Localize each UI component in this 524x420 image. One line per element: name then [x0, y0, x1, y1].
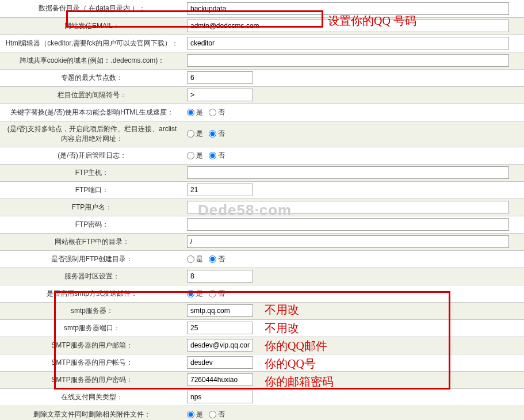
radio-group: 是否: [187, 410, 521, 419]
radio-yes-label[interactable]: 是: [187, 129, 203, 139]
config-label: 数据备份目录（ 在data目录内 ）：: [0, 0, 184, 17]
radio-yes-label[interactable]: 是: [187, 410, 203, 419]
radio-group: 是否: [187, 129, 521, 139]
radio-no-label[interactable]: 否: [209, 108, 225, 117]
config-value-cell: 是否: [184, 121, 524, 147]
config-text-input[interactable]: [187, 391, 253, 403]
config-table: 数据备份目录（ 在data目录内 ）：网站发信EMAIL：Html编辑器（cke…: [0, 0, 524, 420]
config-row: SMTP服务器的用户帐号：: [0, 354, 524, 371]
config-text-input[interactable]: [187, 218, 509, 231]
config-text-input[interactable]: [187, 2, 509, 15]
config-label: (是/否)开启管理日志：: [0, 147, 184, 164]
config-value-cell: [184, 69, 524, 86]
config-label: 是否启用smtp方式发送邮件：: [0, 285, 184, 302]
config-label: 网站发信EMAIL：: [0, 17, 184, 35]
config-text-input[interactable]: [187, 89, 253, 101]
config-label: SMTP服务器的用户密码：: [0, 371, 184, 388]
radio-no-label[interactable]: 否: [209, 254, 225, 264]
config-value-cell: [184, 371, 524, 388]
config-text-input[interactable]: [187, 37, 509, 49]
config-row: 网站根在FTP中的目录：: [0, 233, 524, 250]
config-value-cell: [184, 17, 524, 35]
config-text-input[interactable]: [187, 322, 253, 334]
radio-yes-label[interactable]: 是: [187, 151, 203, 161]
config-label: FTP主机：: [0, 164, 184, 181]
radio-no-text: 否: [218, 289, 225, 299]
radio-group: 是否: [187, 151, 521, 161]
radio-group: 是否: [187, 254, 521, 264]
config-text-input[interactable]: [187, 270, 253, 282]
radio-yes-text: 是: [196, 254, 203, 264]
radio-no[interactable]: [209, 290, 216, 297]
radio-no[interactable]: [209, 109, 216, 116]
config-label: 栏目位置的间隔符号：: [0, 86, 184, 104]
config-label: SMTP服务器的用户邮箱：: [0, 337, 184, 354]
config-value-cell: [184, 52, 524, 69]
radio-no-label[interactable]: 否: [209, 151, 225, 161]
config-row: 是否启用smtp方式发送邮件：是否: [0, 285, 524, 302]
radio-no[interactable]: [209, 411, 216, 418]
config-row: smtp服务器端口：: [0, 319, 524, 337]
radio-no[interactable]: [209, 152, 216, 159]
config-row: FTP端口：: [0, 181, 524, 198]
config-text-input[interactable]: [187, 201, 509, 213]
radio-no-label[interactable]: 否: [209, 289, 225, 299]
radio-yes[interactable]: [187, 411, 194, 418]
radio-yes[interactable]: [187, 152, 194, 159]
config-value-cell: 是否: [184, 104, 524, 121]
radio-yes[interactable]: [187, 109, 194, 116]
radio-yes-label[interactable]: 是: [187, 254, 203, 264]
config-value-cell: [184, 302, 524, 319]
radio-no-text: 否: [218, 410, 225, 419]
radio-no-text: 否: [218, 129, 225, 139]
radio-no-label[interactable]: 否: [209, 129, 225, 139]
radio-yes-text: 是: [196, 108, 203, 117]
config-row: 在线支付网关类型：: [0, 388, 524, 406]
config-value-cell: 是否: [184, 250, 524, 268]
config-value-cell: [184, 164, 524, 181]
config-text-input[interactable]: [187, 304, 253, 317]
config-text-input[interactable]: [187, 235, 509, 248]
config-row: (是/否)开启管理日志：是否: [0, 147, 524, 164]
radio-no[interactable]: [209, 255, 216, 263]
config-label: FTP端口：: [0, 181, 184, 198]
config-text-input[interactable]: [187, 184, 253, 196]
config-row: 跨域共享cookie的域名(例如：.dedecms.com)：: [0, 52, 524, 69]
radio-yes[interactable]: [187, 290, 194, 297]
config-row: 关键字替换(是/否)使用本功能会影响HTML生成速度：是否: [0, 104, 524, 121]
config-value-cell: [184, 354, 524, 371]
config-text-input[interactable]: [187, 339, 253, 352]
config-value-cell: [184, 233, 524, 250]
config-row: 删除文章文件同时删除相关附件文件：是否: [0, 406, 524, 420]
config-value-cell: [184, 86, 524, 104]
radio-yes-label[interactable]: 是: [187, 289, 203, 299]
radio-group: 是否: [187, 108, 521, 117]
config-row: 数据备份目录（ 在data目录内 ）：: [0, 0, 524, 17]
config-text-input[interactable]: [187, 373, 253, 386]
radio-yes[interactable]: [187, 255, 194, 263]
config-row: 栏目位置的间隔符号：: [0, 86, 524, 104]
config-label: 服务器时区设置：: [0, 268, 184, 285]
config-value-cell: [184, 198, 524, 216]
config-value-cell: [184, 388, 524, 406]
radio-yes-label[interactable]: 是: [187, 108, 203, 117]
config-row: FTP主机：: [0, 164, 524, 181]
radio-no-text: 否: [218, 254, 225, 264]
radio-yes-text: 是: [196, 289, 203, 299]
radio-no[interactable]: [209, 130, 216, 138]
config-label: 删除文章文件同时删除相关附件文件：: [0, 406, 184, 420]
config-text-input[interactable]: [187, 54, 509, 67]
config-value-cell: [184, 216, 524, 233]
config-text-input[interactable]: [187, 71, 253, 84]
radio-no-text: 否: [218, 108, 225, 117]
config-row: (是/否)支持多站点，开启此项后附件、栏目连接、arclist内容启用绝对网址：…: [0, 121, 524, 147]
radio-no-label[interactable]: 否: [209, 410, 225, 419]
config-text-input[interactable]: [187, 166, 509, 179]
config-text-input[interactable]: [187, 356, 253, 369]
config-label: smtp服务器端口：: [0, 319, 184, 337]
radio-yes[interactable]: [187, 130, 194, 138]
config-label: 专题的最大节点数：: [0, 69, 184, 86]
config-value-cell: [184, 268, 524, 285]
config-row: 网站发信EMAIL：: [0, 17, 524, 35]
config-text-input[interactable]: [187, 20, 509, 32]
